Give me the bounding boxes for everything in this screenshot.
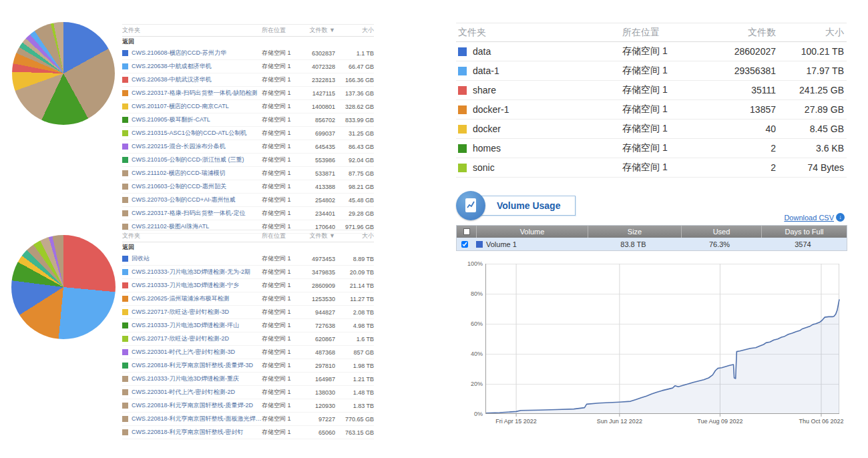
column-header-folder: 文件夹 <box>122 232 262 240</box>
folder-name-link[interactable]: CWS.220818-利元亨南京国轩整线-质量焊-3D <box>132 361 262 370</box>
column-header-filecount-sort[interactable]: 文件数 ▼ <box>298 232 335 240</box>
table-row: CWS.220717-欣旺达-密封钉检测-2D 存储空间 1 620867 1.… <box>122 332 374 346</box>
folder-name-link[interactable]: CWS.220703-公制的CCD+AI-惠州恒威 <box>132 196 262 204</box>
folder-name-link[interactable]: CWS.210333-刀片电池3D焊缝检测-坪山 <box>132 321 262 330</box>
volume-checkbox[interactable] <box>461 241 468 248</box>
back-link[interactable]: 返回 <box>122 242 374 252</box>
folder-name-link[interactable]: CWS.220215-混合-长园涂布分条机 <box>132 142 262 151</box>
folder-size: 166.36 GB <box>335 77 374 83</box>
folder-name-link[interactable]: CWS.210315-ASC1公制的CCD-ATL公制机 <box>132 129 262 138</box>
folder-color-swatch <box>458 105 467 114</box>
table-row: CWS.210105-公制的CCD-浙江恒威 (三重) 存储空间 1 55398… <box>122 154 374 167</box>
folder-file-count: 645435 <box>298 144 335 150</box>
folder-name-link[interactable]: CWS.220818-利元亨南京国轩整线-面板激光焊接-... <box>132 415 262 423</box>
table-row: CWS.201107-横店的CCD-南京CATL 存储空间 1 1400801 … <box>122 100 374 113</box>
download-icon[interactable]: ↓ <box>836 213 845 222</box>
folder-color-swatch <box>122 349 128 355</box>
folder-name-link[interactable]: CWS.220317-格康-扫码出货整一体机-定位 <box>132 209 262 218</box>
table-row: CWS.210905-极耳翻折-CATL 存储空间 1 856702 833.9… <box>122 113 374 127</box>
folder-name-link[interactable]: CWS.201107-横店的CCD-南京CATL <box>132 102 262 111</box>
folder-location: 存储空间 1 <box>262 321 298 330</box>
folder-color-swatch <box>122 170 128 176</box>
table-row: 回收站 存储空间 1 4973453 8.89 TB <box>122 252 374 266</box>
folder-name-link[interactable]: CWS.220717-欣旺达-密封钉检测-3D <box>132 308 262 316</box>
column-header-filecount-sort[interactable]: 文件数 ▼ <box>298 26 335 35</box>
folder-name-link[interactable]: CWS.220301-时代上汽-密封钉检测-3D <box>132 348 262 357</box>
table-row: CWS.220818-利元亨南京国轩整线-质量焊-3D 存储空间 1 29781… <box>122 359 374 373</box>
folder-name-link[interactable]: 回收站 <box>132 254 262 263</box>
folder-file-count: 2860909 <box>298 282 335 289</box>
table-row: sonic 存储空间 1 2 74 Bytes <box>456 158 847 178</box>
folder-name-link[interactable]: CWS.220317-格康-扫码出货整一体机-缺陷检测 <box>132 89 262 97</box>
folder-size: 1.48 TB <box>335 389 374 396</box>
folder-name-link[interactable]: share <box>473 85 622 95</box>
folder-name-link[interactable]: CWS.210333-刀片电池3D焊缝检测-宁乡 <box>132 281 262 290</box>
volume-used-percent: 76.3% <box>680 240 759 248</box>
folder-name-link[interactable]: CWS.210333-刀片电池3D焊缝检测-重庆 <box>132 375 262 383</box>
folder-color-swatch <box>458 125 467 134</box>
folder-name-link[interactable]: CWS.210608-横店的CCD-苏州力华 <box>132 49 262 57</box>
folder-location: 存储空间 1 <box>262 49 298 57</box>
folder-size: 857 GB <box>335 349 374 356</box>
folder-location: 存储空间 1 <box>622 65 696 77</box>
table-row: CWS.220703-公制的CCD+AI-惠州恒威 存储空间 1 254802 … <box>122 194 374 207</box>
column-header-used: Used <box>682 226 762 238</box>
volume-summary-table: Volume Size Used Days to Full Volume 1 8… <box>456 225 847 251</box>
folder-name-link[interactable]: CWS.210105-公制的CCD-浙江恒威 (三重) <box>132 156 262 164</box>
table-header-row: Volume Size Used Days to Full <box>457 226 847 238</box>
folder-file-count: 120930 <box>298 403 335 409</box>
folder-name-link[interactable]: CWS.220638-中航武汉济华机 <box>132 75 262 84</box>
folder-size: 74 Bytes <box>776 162 847 173</box>
folder-file-count: 164987 <box>298 376 335 383</box>
folder-name-link[interactable]: homes <box>473 143 622 154</box>
folder-name-link[interactable]: CWS.220638-中航成都济华机 <box>132 62 262 71</box>
folder-location: 存储空间 1 <box>622 45 696 57</box>
folder-name-link[interactable]: CWS.220818-利元亨南京国轩整线-质量焊-2D <box>132 401 262 410</box>
folder-name-link[interactable]: CWS.220717-欣旺达-密封钉检测-2D <box>132 334 262 343</box>
folder-name-link[interactable]: CWS.220301-时代上汽-密封钉检测-2D <box>132 388 262 397</box>
folder-name-link[interactable]: CWS.220818-利元亨南京国轩整线-密封钉 <box>132 428 262 437</box>
folder-name-link[interactable]: CWS.210333-刀片电池3D焊缝检测-无为-2期 <box>132 268 262 276</box>
folder-name-link[interactable]: docker-1 <box>473 104 622 115</box>
y-axis-tick-label: 80% <box>456 290 483 297</box>
folder-name-link[interactable]: CWS.210603-公制的CCD-惠州韶关 <box>132 182 262 191</box>
folder-name-link[interactable]: docker <box>473 124 622 134</box>
select-all-checkbox[interactable] <box>463 228 470 235</box>
folder-size: 833.99 GB <box>335 117 374 124</box>
x-axis-labels: Fri Apr 15 2022Sun Jun 12 2022Tue Aug 09… <box>485 418 839 427</box>
folder-file-count: 65060 <box>298 429 335 436</box>
table-row: share 存储空间 1 35111 241.25 GB <box>456 81 847 100</box>
table-row: CWS.210333-刀片电池3D焊缝检测-无为-2期 存储空间 1 34798… <box>122 266 374 279</box>
folder-file-count: 620867 <box>298 336 335 342</box>
plot-area <box>485 264 839 414</box>
column-header-size: Size <box>588 226 682 238</box>
folder-file-count: 254802 <box>298 197 335 204</box>
folder-file-count: 1400801 <box>298 103 335 110</box>
table-body: 回收站 存储空间 1 4973453 8.89 TB CWS.210333-刀片… <box>122 252 374 439</box>
volume-color-swatch <box>476 241 483 248</box>
folder-size: 4.98 TB <box>335 322 374 329</box>
folder-file-count: 727638 <box>298 322 335 329</box>
volume-usage-line-chart: 100%80%60%40%20%0% Fri Apr 15 2022Sun Ju… <box>456 259 850 434</box>
table-row: data 存储空间 1 28602027 100.21 TB <box>456 42 847 61</box>
x-axis-tick-label: Tue Aug 09 2022 <box>697 418 742 425</box>
folder-location: 存储空间 1 <box>262 129 298 138</box>
folder-name-link[interactable]: data-1 <box>473 65 622 76</box>
folder-file-count: 2 <box>696 162 776 173</box>
back-link[interactable]: 返回 <box>122 37 374 47</box>
folder-name-link[interactable]: CWS.220625-温州瑞浦涂布极耳检测 <box>132 294 262 303</box>
folder-color-swatch <box>122 403 128 409</box>
folder-name-link[interactable]: CWS.211102-横店的CCD-瑞浦模切 <box>132 169 262 178</box>
folder-size: 98.21 GB <box>335 184 374 190</box>
table-row: CWS.210315-ASC1公制的CCD-ATL公制机 存储空间 1 6990… <box>122 127 374 140</box>
folder-name-link[interactable]: sonic <box>473 162 622 173</box>
folder-name-link[interactable]: data <box>473 46 622 57</box>
folder-file-count: 699037 <box>298 130 335 137</box>
folder-file-count: 944827 <box>298 309 335 316</box>
table-row: CWS.210333-刀片电池3D焊缝检测-宁乡 存储空间 1 2860909 … <box>122 279 374 292</box>
folder-name-link[interactable]: CWS.210905-极耳翻折-CATL <box>132 116 262 124</box>
download-csv-link[interactable]: Download CSV <box>784 214 834 222</box>
folder-color-swatch <box>122 224 128 230</box>
table-row: CWS.210603-公制的CCD-惠州韶关 存储空间 1 413388 98.… <box>122 180 374 194</box>
folder-location: 存储空间 1 <box>262 182 298 191</box>
